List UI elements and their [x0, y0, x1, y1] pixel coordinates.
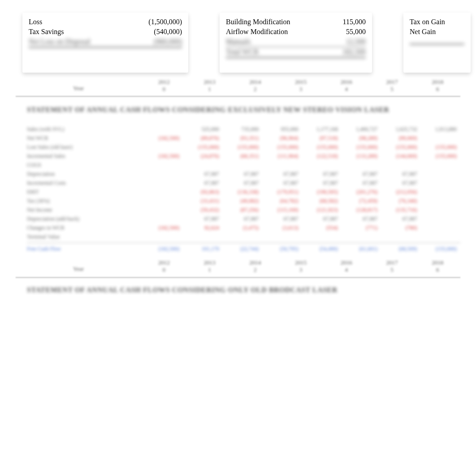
- year-col: 20164: [324, 78, 369, 93]
- cell-value: (3,613): [262, 223, 302, 232]
- cell-value: 67,987: [183, 169, 222, 178]
- row-label: Sales (with SVL): [27, 125, 143, 134]
- net-loss-row: Net Loss on Disposal (960,000): [29, 37, 182, 48]
- cell-value: (179,951): [262, 187, 302, 196]
- modification-box: Building Modification 115,000 Airflow Mo…: [220, 13, 372, 73]
- year-col: 20175: [369, 259, 415, 273]
- cell-value: (49,082): [223, 196, 262, 205]
- total-wcr-row: Total WCR 182,500: [226, 47, 366, 58]
- sheet-row: Changes in WCR(182,500)92,624(3,475)(3,6…: [27, 223, 460, 232]
- cell-value: [143, 125, 183, 134]
- sheet-row: EBIT(92,863)(136,338)(179,951)(190,505)(…: [27, 187, 460, 196]
- year-header-2: Year 20120201312014220153201642017520186: [16, 259, 460, 273]
- cell-value: [421, 214, 460, 223]
- year-col: 20153: [278, 78, 324, 93]
- building-mod-value: 115,000: [321, 17, 366, 27]
- cell-value: (98,289): [342, 134, 381, 143]
- year-divider-2: [16, 277, 460, 278]
- year-col: 20142: [232, 259, 278, 273]
- building-mod-row: Building Modification 115,000: [226, 17, 366, 27]
- tax-on-gain-label: Tax on Gain: [410, 17, 464, 27]
- cell-value: (99,069): [381, 134, 420, 143]
- building-mod-label: Building Modification: [226, 17, 321, 27]
- cell-value: (33,431): [183, 196, 222, 205]
- loss-row: Loss (1,500,000): [29, 17, 182, 27]
- cell-value: 67,987: [342, 214, 381, 223]
- cell-value: (96,964): [262, 134, 302, 143]
- cell-value: 67,987: [302, 214, 342, 223]
- row-label: EBIT: [27, 187, 143, 196]
- row-label: Incremental Costs: [27, 178, 143, 187]
- sheet-row: Net WCR(182,500)(89,876)(93,351)(96,964)…: [27, 134, 460, 143]
- year-axis-label: Year: [16, 85, 141, 93]
- cell-value: (155,000): [381, 143, 420, 152]
- total-wcr-value: 182,500: [321, 47, 366, 57]
- cell-value: 67,987: [381, 178, 420, 187]
- section-title-svl: STATEMENT OF ANNUAL CASH FLOWS CONSIDERI…: [27, 106, 389, 114]
- year-col: 20186: [415, 78, 460, 93]
- cell-value: (155,000): [421, 152, 460, 160]
- net-loss-value: (960,000): [137, 37, 182, 47]
- cell-value: [421, 205, 460, 214]
- cell-value: (128,817): [342, 205, 381, 214]
- cell-value: 525,000: [183, 125, 222, 134]
- total-cell: (182,500): [143, 244, 183, 253]
- cell-value: (144,069): [381, 152, 420, 160]
- cell-value: [143, 205, 183, 214]
- year-col: 20131: [187, 78, 233, 93]
- sheet-row: COGS: [27, 160, 460, 169]
- cell-value: (72,459): [342, 196, 381, 205]
- total-cell: (155,000): [421, 244, 460, 253]
- cell-value: 67,987: [381, 169, 420, 178]
- airflow-mod-value: 55,000: [321, 27, 366, 37]
- cashflow-sheet: Sales (with SVL)525,000735,000955,0001,1…: [27, 125, 460, 253]
- cell-value: (135,716): [381, 205, 420, 214]
- row-label: Lost Sales (old laser): [27, 143, 143, 152]
- cell-value: 67,987: [381, 214, 420, 223]
- net-gain-row: Net Gain: [410, 27, 464, 37]
- cell-value: (190,505): [302, 187, 342, 196]
- cell-value: (136,338): [223, 187, 262, 196]
- cell-value: (122,518): [302, 152, 342, 160]
- cell-value: (155,000): [223, 143, 262, 152]
- cell-value: [143, 214, 183, 223]
- sheet-row: Tax (36%)(33,431)(49,082)(64,782)(68,582…: [27, 196, 460, 205]
- loss-box: Loss (1,500,000) Tax Savings (540,000) N…: [22, 13, 188, 73]
- row-label: Net Income: [27, 205, 143, 214]
- cell-value: 67,987: [183, 214, 222, 223]
- cell-value: (182,500): [143, 152, 183, 160]
- section-title-old-laser: STATEMENT OF ANNUAL CASH FLOWS CONSIDERI…: [27, 286, 338, 294]
- cell-value: [143, 187, 183, 196]
- cell-value: [143, 169, 183, 178]
- cell-value: 92,624: [183, 223, 222, 232]
- cell-value: (182,500): [143, 134, 183, 143]
- row-label: Net WCR: [27, 134, 143, 143]
- sheet-row: Terminal Value: [27, 232, 460, 241]
- cell-value: 67,987: [223, 178, 262, 187]
- sheet-row: Lost Sales (old laser)(155,000)(155,000)…: [27, 143, 460, 152]
- cell-value: (155,000): [421, 143, 460, 152]
- total-cell: (54,490): [302, 244, 342, 253]
- year-col: 20153: [278, 259, 324, 273]
- cell-value: [421, 169, 460, 178]
- row-label: Changes in WCR: [27, 223, 143, 232]
- year-col: 20186: [415, 259, 460, 273]
- cell-value: [421, 187, 460, 196]
- cell-value: 67,987: [342, 169, 381, 178]
- sheet-row: Depreciation (add-back)67,98767,98767,98…: [27, 214, 460, 223]
- total-cell: (68,509): [381, 244, 420, 253]
- sheet-row: Net Income(59,432)(87,256)(115,169)(121,…: [27, 205, 460, 214]
- cell-value: (155,000): [342, 143, 381, 152]
- cell-value: (115,169): [262, 205, 302, 214]
- cell-value: (771): [342, 223, 381, 232]
- cell-value: (155,000): [302, 143, 342, 152]
- cell-value: (155,000): [262, 143, 302, 152]
- manuals-label: Manuals: [226, 37, 321, 47]
- cell-value: 67,987: [262, 169, 302, 178]
- cell-value: [421, 178, 460, 187]
- cell-value: 1,913,880: [421, 125, 460, 134]
- cell-value: 67,987: [262, 178, 302, 187]
- cell-value: (59,432): [183, 205, 222, 214]
- year-axis-label-2: Year: [16, 265, 141, 273]
- cell-value: (182,500): [143, 223, 183, 232]
